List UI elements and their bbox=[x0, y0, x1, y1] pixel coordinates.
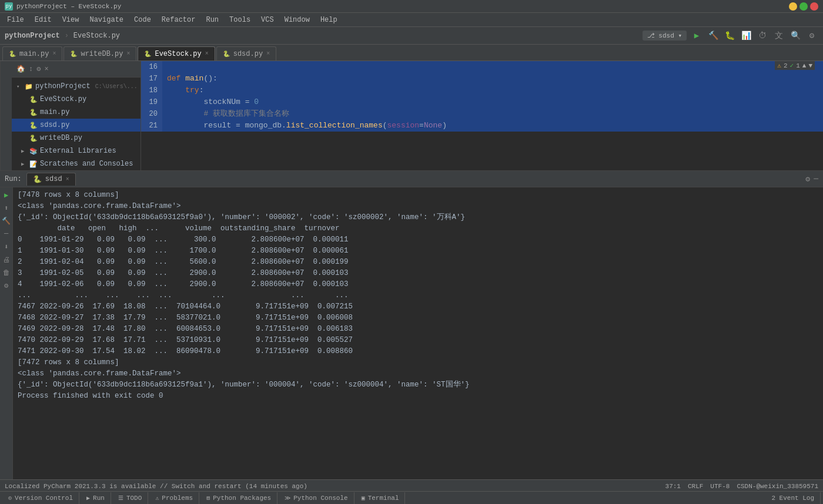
code-line-20: 20 # 获取数据库下集合名称 bbox=[141, 108, 823, 120]
project-icon: 📁 bbox=[25, 83, 33, 90]
menu-tools[interactable]: Tools bbox=[225, 15, 255, 25]
sidebar-home-icon[interactable]: 🏠 bbox=[16, 65, 25, 73]
translate-icon[interactable]: 文 bbox=[772, 29, 785, 42]
bottom-tab-problems[interactable]: ⚠ Problems bbox=[149, 492, 199, 504]
chevron-down-icon[interactable]: ▼ bbox=[808, 62, 812, 69]
code-line-16: 16 bbox=[141, 61, 823, 73]
title-bar: py pythonProject – EveStock.py bbox=[0, 0, 823, 13]
event-log-tab[interactable]: 2 Event Log bbox=[765, 492, 821, 504]
version-control-icon: ⊙ bbox=[8, 495, 12, 502]
settings-icon[interactable]: ⚙ bbox=[805, 29, 818, 42]
coverage-button[interactable]: 📊 bbox=[740, 29, 752, 42]
tab-bar: 🐍 main.py × 🐍 writeDB.py × 🐍 EveStock.py… bbox=[0, 45, 823, 61]
tab-label: writeDB.py bbox=[81, 50, 123, 58]
close-button[interactable] bbox=[810, 2, 818, 11]
tab-label: main.py bbox=[19, 50, 49, 58]
debug-rerun-button[interactable]: 🔨 bbox=[1, 216, 12, 226]
tree-item-external-libs[interactable]: ▶ 📚 External Libraries bbox=[12, 145, 140, 157]
sidebar-gear-icon[interactable]: ⚙ bbox=[36, 65, 41, 73]
code-line-19: 19 stockNUm = 0 bbox=[141, 96, 823, 108]
tab-close-icon[interactable]: × bbox=[205, 51, 209, 57]
bottom-tab-terminal[interactable]: ▣ Terminal bbox=[356, 492, 406, 504]
tab-writedb-py[interactable]: 🐍 writeDB.py × bbox=[63, 46, 136, 61]
bottom-tab-python-console[interactable]: ≫ Python Console bbox=[279, 492, 354, 504]
tab-close-icon[interactable]: × bbox=[126, 51, 130, 57]
run-tab-close-icon[interactable]: × bbox=[66, 176, 69, 183]
tab-sdsd-py[interactable]: 🐍 sdsd.py × bbox=[216, 46, 276, 61]
menu-edit[interactable]: Edit bbox=[30, 15, 56, 25]
print-button[interactable]: 🖨 bbox=[1, 254, 12, 265]
run-settings-icon[interactable]: ⚙ bbox=[805, 174, 810, 184]
run-minimize-icon[interactable]: ─ bbox=[814, 174, 818, 183]
tab-close-icon[interactable]: × bbox=[52, 51, 56, 57]
menu-run[interactable]: Run bbox=[201, 15, 223, 25]
terminal-icon: ▣ bbox=[362, 495, 365, 502]
tab-evestock-py[interactable]: 🐍 EveStock.py × bbox=[138, 46, 215, 61]
tab-label: sdsd.py bbox=[233, 50, 263, 58]
stop-button[interactable]: ⬆ bbox=[1, 203, 12, 213]
line-number: 16 bbox=[141, 61, 162, 73]
build-button[interactable]: 🔨 bbox=[707, 29, 720, 42]
chevron-up-icon[interactable]: ▲ bbox=[802, 62, 807, 69]
menu-code[interactable]: Code bbox=[129, 15, 156, 25]
bottom-tab-version-control[interactable]: ⊙ Version Control bbox=[2, 492, 79, 504]
warning-icon: ⚠ bbox=[777, 62, 781, 69]
run-tab[interactable]: 🐍 sdsd × bbox=[26, 173, 76, 186]
py-icon: 🐍 bbox=[144, 51, 151, 58]
sidebar-scroll-icon[interactable]: ↕ bbox=[29, 65, 33, 73]
tree-item-scratches[interactable]: ▶ 📝 Scratches and Consoles bbox=[12, 157, 140, 170]
branch-name: sdsd bbox=[658, 32, 674, 39]
bottom-tab-label: Python Packages bbox=[213, 495, 271, 502]
git-branch-icon: ⎇ bbox=[647, 32, 655, 39]
tree-item-writedb[interactable]: 🐍 writeDB.py bbox=[12, 132, 140, 145]
tree-item-main[interactable]: 🐍 main.py bbox=[12, 106, 140, 119]
file-name[interactable]: EveStock.py bbox=[73, 32, 120, 40]
project-name[interactable]: pythonProject bbox=[5, 32, 60, 40]
tree-item-sdsd[interactable]: 🐍 sdsd.py bbox=[12, 119, 140, 132]
branch-info[interactable]: CSDN-@weixin_33859571 bbox=[737, 483, 818, 490]
profile-button[interactable]: ⏱ bbox=[756, 29, 769, 42]
tree-item-evestock[interactable]: 🐍 EveStock.py bbox=[12, 93, 140, 106]
output-line-9: 4 1991-02-06 0.09 0.09 ... 2900.0 2.8086… bbox=[18, 279, 818, 290]
output-line-2: <class 'pandas.core.frame.DataFrame'> bbox=[18, 201, 818, 212]
ok-count: 1 bbox=[796, 62, 800, 69]
clear-button[interactable]: 🗑 bbox=[1, 267, 12, 278]
menu-refactor[interactable]: Refactor bbox=[157, 15, 200, 25]
line-number: 17 bbox=[141, 73, 162, 85]
menu-help[interactable]: Help bbox=[316, 15, 342, 25]
scroll-end-button[interactable]: ⬇ bbox=[1, 241, 12, 252]
minimize-button[interactable] bbox=[789, 2, 797, 11]
branch-selector[interactable]: ⎇ sdsd ▾ bbox=[643, 31, 687, 41]
line-ending[interactable]: CRLF bbox=[688, 483, 703, 490]
tree-item-project[interactable]: ▾ 📁 pythonProject C:\Users\... bbox=[12, 80, 140, 93]
window-title: pythonProject – EveStock.py bbox=[16, 3, 121, 10]
menu-window[interactable]: Window bbox=[280, 15, 315, 25]
output-line-22 bbox=[18, 402, 818, 413]
charset[interactable]: UTF-8 bbox=[710, 483, 730, 490]
line-content: # 获取数据库下集合名称 bbox=[162, 108, 289, 120]
output-line-3: {'_id': ObjectId('633db9dc118b6a693125f9… bbox=[18, 212, 818, 223]
debug-button[interactable]: 🐛 bbox=[723, 29, 736, 42]
search-icon[interactable]: 🔍 bbox=[789, 29, 802, 42]
bottom-tab-todo[interactable]: ☰ TODO bbox=[112, 492, 148, 504]
bottom-tab-python-packages[interactable]: ⊞ Python Packages bbox=[200, 492, 277, 504]
bottom-tab-label: Problems bbox=[162, 495, 193, 502]
menu-file[interactable]: File bbox=[2, 15, 29, 25]
rerun-button[interactable]: ▶ bbox=[1, 190, 12, 200]
tree-item-label: Scratches and Consoles bbox=[40, 160, 133, 168]
tab-close-icon[interactable]: × bbox=[266, 51, 270, 57]
menu-vcs[interactable]: VCS bbox=[256, 15, 279, 25]
settings-button[interactable]: ⚙ bbox=[1, 280, 12, 291]
annotation-bar: ⚠ 2 ✓ 1 ▲ ▼ bbox=[775, 61, 815, 70]
run-button[interactable]: ▶ bbox=[690, 29, 703, 42]
cursor-position[interactable]: 37:1 bbox=[665, 483, 681, 490]
tab-main-py[interactable]: 🐍 main.py × bbox=[2, 46, 62, 61]
menu-view[interactable]: View bbox=[58, 15, 84, 25]
line-number: 21 bbox=[141, 120, 162, 132]
maximize-button[interactable] bbox=[799, 2, 808, 11]
packages-icon: ⊞ bbox=[206, 495, 210, 502]
sidebar-close-icon[interactable]: × bbox=[44, 65, 48, 73]
menu-navigate[interactable]: Navigate bbox=[85, 15, 128, 25]
bottom-tab-run[interactable]: ▶ Run bbox=[81, 492, 111, 504]
pin-tab-button[interactable]: ─ bbox=[1, 229, 12, 239]
